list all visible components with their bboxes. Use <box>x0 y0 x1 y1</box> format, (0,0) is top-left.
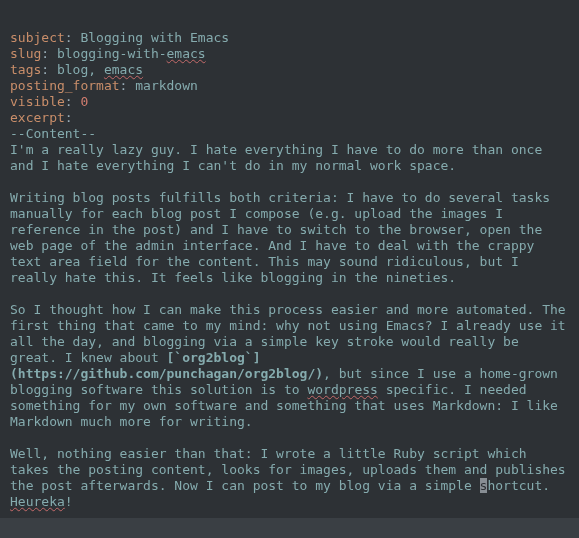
space <box>49 62 57 77</box>
mode-line <box>0 518 579 538</box>
spell-heureka: Heureka <box>10 494 65 509</box>
fm-val-slug-spell: emacs <box>167 46 206 61</box>
fm-key-tags: tags <box>10 62 41 77</box>
fm-val-slug-pre: blogging-with- <box>57 46 167 61</box>
colon: : <box>65 110 73 125</box>
fm-key-posting-format: posting_format <box>10 78 120 93</box>
editor-buffer[interactable]: subject: Blogging with Emacs slug: blogg… <box>0 0 579 520</box>
fm-val-tags-spell: emacs <box>104 62 143 77</box>
fm-key-subject: subject <box>10 30 65 45</box>
org2blog-link-label[interactable]: [`org2blog`] <box>167 350 261 365</box>
colon: : <box>41 46 49 61</box>
spell-wordpress: wordpress <box>307 382 377 397</box>
body-paragraph-4b-a: hortcut. <box>487 478 557 493</box>
content-separator: --Content-- <box>10 126 96 141</box>
body-paragraph-2: Writing blog posts fulfills both criteri… <box>10 190 558 285</box>
fm-key-visible: visible <box>10 94 65 109</box>
space <box>49 46 57 61</box>
blank-line <box>10 430 18 445</box>
colon: : <box>65 94 73 109</box>
body-paragraph-1: I'm a really lazy guy. I hate everything… <box>10 142 550 173</box>
blank-line <box>10 174 18 189</box>
colon: : <box>41 62 49 77</box>
fm-val-subject: Blogging with Emacs <box>80 30 229 45</box>
org2blog-link-url[interactable]: (https://github.com/punchagan/org2blog/) <box>10 366 323 381</box>
fm-val-tags-pre: blog, <box>57 62 104 77</box>
body-paragraph-4b-b: ! <box>65 494 73 509</box>
fm-val-posting-format: markdown <box>135 78 198 93</box>
colon: : <box>65 30 73 45</box>
blank-line <box>10 286 18 301</box>
body-paragraph-3a: So I thought how I can make this process… <box>10 302 574 365</box>
fm-key-excerpt: excerpt <box>10 110 65 125</box>
fm-key-slug: slug <box>10 46 41 61</box>
fm-val-visible: 0 <box>80 94 88 109</box>
